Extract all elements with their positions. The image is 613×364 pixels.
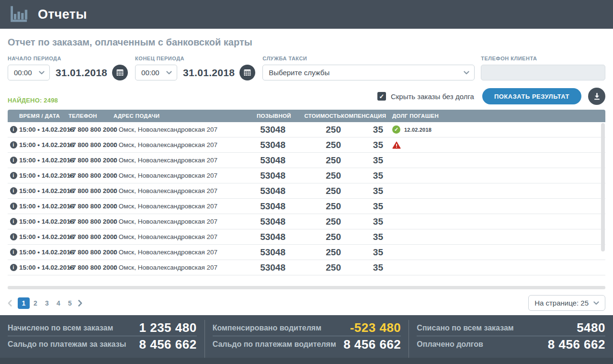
per-page-select[interactable]: На странице: 25 xyxy=(528,295,605,311)
info-icon[interactable]: i xyxy=(10,249,17,256)
cell-address: г. Омск, Новоалександровская 207 xyxy=(114,218,257,225)
cell-time-date: 15:00 • 14.02.2018 xyxy=(19,172,68,179)
info-icon[interactable]: i xyxy=(10,141,17,148)
info-icon[interactable]: i xyxy=(10,126,17,133)
col-phone: ТЕЛЕФОН xyxy=(68,113,114,119)
period-start-calendar-button[interactable] xyxy=(112,65,128,80)
cell-callsign: 53048 xyxy=(257,171,285,181)
col-callsign: ПОЗЫВНОЙ xyxy=(257,113,285,119)
taxi-service-select[interactable]: Выберите службы xyxy=(262,65,475,80)
table-row[interactable]: i15:00 • 14.02.2018+7 800 800 2000г. Омс… xyxy=(8,214,605,229)
cell-time-date: 15:00 • 14.02.2018 xyxy=(19,218,68,225)
pagination-row: 12345 На странице: 25 xyxy=(8,295,605,311)
stat-compensated-drivers: Компенсировано водителям -523 480 xyxy=(213,320,401,336)
client-phone-input[interactable] xyxy=(481,65,605,80)
info-icon[interactable]: i xyxy=(10,187,17,194)
cell-compensation: 35 xyxy=(341,155,383,166)
horizontal-scrollbar[interactable] xyxy=(8,286,605,289)
hide-no-debt-checkbox[interactable]: ✓ xyxy=(377,92,386,101)
info-icon[interactable]: i xyxy=(10,218,17,225)
cell-time-date: 15:00 • 14.02.2018 xyxy=(19,157,68,164)
info-icon[interactable]: i xyxy=(10,157,17,164)
cell-callsign: 53048 xyxy=(257,232,285,242)
cell-info: i xyxy=(8,157,19,164)
table-row[interactable]: i15:00 • 14.02.2018+7 800 800 2000г. Омс… xyxy=(8,229,605,245)
period-start-date[interactable]: 31.01.2018 xyxy=(56,67,107,79)
cell-cost: 250 xyxy=(285,171,341,181)
table-row[interactable]: i15:00 • 14.02.2018+7 800 800 2000г. Омс… xyxy=(8,122,605,137)
page-button-2[interactable]: 2 xyxy=(30,297,41,309)
cell-compensation: 35 xyxy=(341,262,383,273)
footer-strip xyxy=(0,358,613,364)
cell-phone: +7 800 800 2000 xyxy=(68,157,114,164)
page-button-5[interactable]: 5 xyxy=(64,297,76,309)
cell-callsign: 53048 xyxy=(257,155,285,166)
page-button-4[interactable]: 4 xyxy=(53,297,64,309)
info-icon[interactable]: i xyxy=(10,172,17,179)
info-icon[interactable]: i xyxy=(10,203,17,210)
period-end-time-select[interactable]: 00:00 xyxy=(135,65,177,80)
table-row[interactable]: i15:00 • 14.02.2018+7 800 800 2000г. Омс… xyxy=(8,183,605,199)
hide-no-debt-label[interactable]: Скрыть заказы без долга xyxy=(391,92,474,101)
table-row[interactable]: i15:00 • 14.02.2018+7 800 800 2000г. Омс… xyxy=(8,199,605,214)
cell-compensation: 35 xyxy=(341,171,383,181)
show-result-button[interactable]: ПОКАЗАТЬ РЕЗУЛЬТАТ xyxy=(482,88,581,104)
vertical-scrollbar[interactable] xyxy=(601,123,605,251)
stats-column-1: Начислено по всем заказам 1 235 480 Саль… xyxy=(0,320,204,358)
cell-address: г. Омск, Новоалександровская 207 xyxy=(114,233,257,240)
cell-cost: 250 xyxy=(285,155,341,166)
debt-warning-icon xyxy=(392,141,401,149)
cell-time-date: 15:00 • 14.02.2018 xyxy=(19,141,68,148)
cell-phone: +7 800 800 2000 xyxy=(68,233,114,240)
cell-address: г. Омск, Новоалександровская 207 xyxy=(114,126,257,133)
stat-balance-order-payments: Сальдо по платежам за заказы 8 456 662 xyxy=(8,336,197,353)
page-button-3[interactable]: 3 xyxy=(41,297,53,309)
table-row[interactable]: i15:00 • 14.02.2018+7 800 800 2000г. Омс… xyxy=(8,260,605,275)
calendar-icon xyxy=(116,68,124,77)
cell-callsign: 53048 xyxy=(257,186,285,196)
cell-phone: +7 800 800 2000 xyxy=(68,264,114,271)
cell-address: г. Омск, Новоалександровская 207 xyxy=(114,157,257,164)
period-end-calendar-button[interactable] xyxy=(239,65,255,80)
cell-cost: 250 xyxy=(285,125,341,135)
download-icon xyxy=(593,92,601,100)
summary-footer: Начислено по всем заказам 1 235 480 Саль… xyxy=(0,315,613,364)
cell-address: г. Омск, Новоалександровская 207 xyxy=(114,249,257,256)
cell-info: i xyxy=(8,172,19,179)
info-icon[interactable]: i xyxy=(10,264,17,271)
cell-address: г. Омск, Новоалександровская 207 xyxy=(114,141,257,148)
chevron-down-icon xyxy=(39,71,45,75)
cell-cost: 250 xyxy=(285,247,341,258)
cell-phone: +7 800 800 2000 xyxy=(68,218,114,225)
table-row[interactable]: i15:00 • 14.02.2018+7 800 800 2000г. Омс… xyxy=(8,168,605,183)
chevron-down-icon xyxy=(166,71,172,75)
cell-callsign: 53048 xyxy=(257,262,285,273)
period-end-time-value: 00:00 xyxy=(141,68,159,77)
cell-callsign: 53048 xyxy=(257,247,285,258)
cell-compensation: 35 xyxy=(341,216,383,227)
cell-compensation: 35 xyxy=(341,186,383,196)
orders-table: ВРЕМЯ / ДАТА ТЕЛЕФОН АДРЕС ПОДАЧИ ПОЗЫВН… xyxy=(8,110,605,275)
cell-debt-status xyxy=(383,141,605,149)
cell-cost: 250 xyxy=(285,216,341,227)
download-button[interactable] xyxy=(588,88,605,105)
chevron-right-icon[interactable] xyxy=(78,300,82,307)
period-end-date[interactable]: 31.01.2018 xyxy=(183,67,235,79)
info-icon[interactable]: i xyxy=(10,233,17,240)
cell-time-date: 15:00 • 14.02.2018 xyxy=(19,187,68,194)
table-header: ВРЕМЯ / ДАТА ТЕЛЕФОН АДРЕС ПОДАЧИ ПОЗЫВН… xyxy=(8,110,605,122)
cell-address: г. Омск, Новоалександровская 207 xyxy=(114,172,257,179)
table-row[interactable]: i15:00 • 14.02.2018+7 800 800 2000г. Омс… xyxy=(8,245,605,260)
period-start-time-select[interactable]: 00:00 xyxy=(8,65,50,80)
cell-info: i xyxy=(8,264,19,271)
table-row[interactable]: i15:00 • 14.02.2018+7 800 800 2000г. Омс… xyxy=(8,153,605,168)
cell-address: г. Омск, Новоалександровская 207 xyxy=(114,203,257,210)
page-button-1[interactable]: 1 xyxy=(18,297,30,309)
cell-info: i xyxy=(8,233,19,240)
cell-phone: +7 800 800 2000 xyxy=(68,203,114,210)
cell-time-date: 15:00 • 14.02.2018 xyxy=(19,249,68,256)
table-row[interactable]: i15:00 • 14.02.2018+7 800 800 2000г. Омс… xyxy=(8,137,605,153)
cell-info: i xyxy=(8,218,19,225)
chevron-left-icon[interactable] xyxy=(8,300,12,307)
cell-callsign: 53048 xyxy=(257,201,285,212)
